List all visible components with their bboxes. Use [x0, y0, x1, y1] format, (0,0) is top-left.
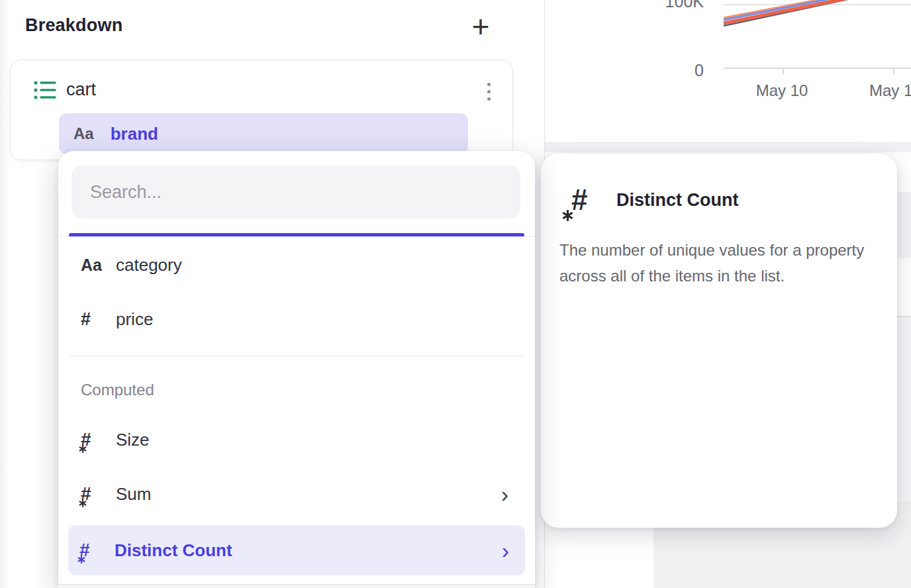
section-divider	[70, 356, 524, 356]
y-axis-tick-0: 0	[651, 61, 704, 80]
text-type-icon: Aa	[73, 124, 94, 143]
dropdown-item-size[interactable]: # Size	[81, 413, 515, 466]
dropdown-item-price[interactable]: # price	[81, 293, 515, 346]
list-property-name: cart	[66, 79, 96, 100]
chevron-right-icon: ›	[502, 539, 525, 562]
dropdown-item-category[interactable]: Aa category	[81, 238, 515, 291]
left-edge-shadow	[0, 0, 11, 588]
dropdown-item-label: price	[116, 309, 153, 330]
selected-property-label: brand	[111, 124, 158, 144]
asterisk-icon	[79, 445, 87, 453]
search-input[interactable]	[72, 166, 520, 219]
x-axis-tickmark	[783, 68, 784, 74]
dropdown-item-label: Size	[116, 430, 150, 450]
line-chart	[718, 0, 911, 33]
number-type-icon: #	[81, 309, 116, 330]
computed-section-header: Computed	[81, 381, 154, 399]
property-picker-dropdown: Aa category # price Computed # Size #	[58, 151, 535, 588]
dropdown-item-sum[interactable]: # Sum ›	[81, 467, 515, 520]
app-screen: 100K 0 May 10 May 12 Breakdown + cart Aa…	[0, 0, 911, 588]
add-breakdown-button[interactable]: +	[463, 11, 498, 42]
dropdown-item-label: Sum	[116, 484, 151, 505]
popover-description: The number of unique values for a proper…	[559, 237, 896, 289]
computed-number-icon: #	[81, 485, 116, 503]
computed-number-icon: #	[79, 541, 115, 560]
asterisk-icon	[562, 210, 573, 221]
computed-number-icon: #	[571, 185, 603, 219]
breakdown-section-title: Breakdown	[25, 15, 122, 36]
y-axis-tick-100k: 100K	[651, 0, 704, 11]
dropdown-item-distinct-count[interactable]: # Distinct Count ›	[68, 525, 525, 575]
x-axis-label-may12: May 12	[869, 81, 911, 100]
table-row-band	[896, 192, 911, 258]
tab-divider	[58, 236, 535, 237]
table-row-band	[896, 317, 911, 502]
dropdown-item-label: Distinct Count	[115, 540, 232, 561]
x-axis-line	[724, 68, 911, 69]
dropdown-item-label: category	[116, 255, 182, 275]
dropdown-bottom-strip	[58, 585, 535, 588]
chevron-right-icon: ›	[501, 483, 515, 505]
text-type-icon: Aa	[81, 256, 116, 275]
x-axis-tickmark	[893, 68, 894, 74]
selected-breakdown-property[interactable]: Aa brand	[59, 113, 468, 154]
list-icon	[33, 79, 57, 101]
asterisk-icon	[79, 499, 87, 507]
property-description-popover: # Distinct Count The number of unique va…	[541, 154, 897, 528]
kebab-menu-icon[interactable]	[481, 78, 497, 105]
table-header-band	[545, 142, 911, 152]
popover-title: Distinct Count	[616, 190, 738, 211]
computed-number-icon: #	[81, 430, 116, 449]
asterisk-icon	[77, 556, 85, 564]
breakdown-card: cart Aa brand	[10, 60, 513, 160]
x-axis-label-may10: May 10	[742, 81, 822, 100]
